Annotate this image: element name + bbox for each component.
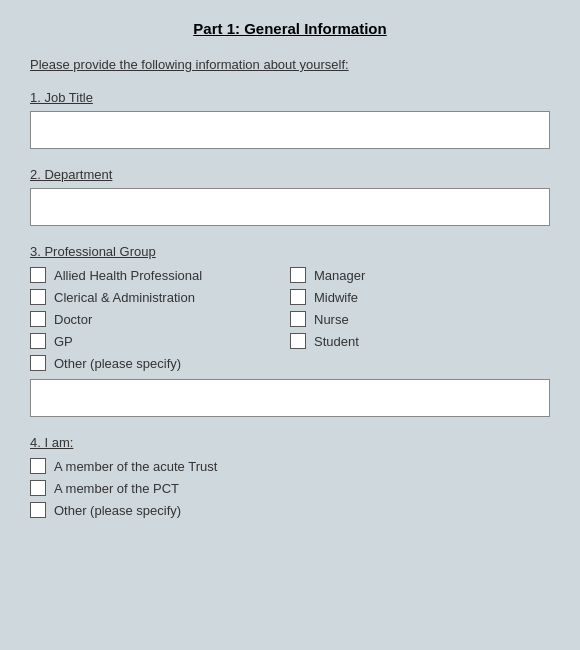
list-item: Midwife bbox=[290, 289, 550, 305]
checkbox-other-iam[interactable] bbox=[30, 502, 46, 518]
checkbox-student[interactable] bbox=[290, 333, 306, 349]
i-am-label: 4. I am: bbox=[30, 435, 550, 450]
question-i-am: 4. I am: A member of the acute Trust A m… bbox=[30, 435, 550, 518]
midwife-label: Midwife bbox=[314, 290, 358, 305]
checkbox-midwife[interactable] bbox=[290, 289, 306, 305]
list-item: Other (please specify) bbox=[30, 355, 290, 371]
question-department: 2. Department bbox=[30, 167, 550, 226]
clerical-label: Clerical & Administration bbox=[54, 290, 195, 305]
professional-group-label: 3. Professional Group bbox=[30, 244, 550, 259]
checkbox-gp[interactable] bbox=[30, 333, 46, 349]
page-container: Part 1: General Information Please provi… bbox=[0, 0, 580, 650]
checkbox-acute-trust[interactable] bbox=[30, 458, 46, 474]
department-label: 2. Department bbox=[30, 167, 550, 182]
department-input[interactable] bbox=[30, 188, 550, 226]
i-am-options: A member of the acute Trust A member of … bbox=[30, 458, 550, 518]
list-item: Doctor bbox=[30, 311, 290, 327]
other-pg-label: Other (please specify) bbox=[54, 356, 181, 371]
job-title-label: 1. Job Title bbox=[30, 90, 550, 105]
professional-group-col2: Manager Midwife Nurse Student bbox=[290, 267, 550, 371]
checkbox-manager[interactable] bbox=[290, 267, 306, 283]
checkbox-clerical[interactable] bbox=[30, 289, 46, 305]
question-job-title: 1. Job Title bbox=[30, 90, 550, 149]
job-title-input[interactable] bbox=[30, 111, 550, 149]
list-item: Student bbox=[290, 333, 550, 349]
list-item: Other (please specify) bbox=[30, 502, 550, 518]
question-professional-group: 3. Professional Group Allied Health Prof… bbox=[30, 244, 550, 417]
list-item: Allied Health Professional bbox=[30, 267, 290, 283]
doctor-label: Doctor bbox=[54, 312, 92, 327]
professional-group-specify-input[interactable] bbox=[30, 379, 550, 417]
checkbox-pct[interactable] bbox=[30, 480, 46, 496]
checkbox-allied-health[interactable] bbox=[30, 267, 46, 283]
list-item: A member of the PCT bbox=[30, 480, 550, 496]
checkbox-nurse[interactable] bbox=[290, 311, 306, 327]
student-label: Student bbox=[314, 334, 359, 349]
acute-trust-label: A member of the acute Trust bbox=[54, 459, 217, 474]
list-item: Nurse bbox=[290, 311, 550, 327]
list-item: GP bbox=[30, 333, 290, 349]
checkbox-doctor[interactable] bbox=[30, 311, 46, 327]
manager-label: Manager bbox=[314, 268, 365, 283]
nurse-label: Nurse bbox=[314, 312, 349, 327]
pct-label: A member of the PCT bbox=[54, 481, 179, 496]
page-title: Part 1: General Information bbox=[30, 20, 550, 37]
list-item: Clerical & Administration bbox=[30, 289, 290, 305]
checkbox-other-pg[interactable] bbox=[30, 355, 46, 371]
other-iam-label: Other (please specify) bbox=[54, 503, 181, 518]
gp-label: GP bbox=[54, 334, 73, 349]
professional-group-options: Allied Health Professional Clerical & Ad… bbox=[30, 267, 550, 371]
professional-group-col1: Allied Health Professional Clerical & Ad… bbox=[30, 267, 290, 371]
list-item: A member of the acute Trust bbox=[30, 458, 550, 474]
instruction-text: Please provide the following information… bbox=[30, 57, 550, 72]
list-item: Manager bbox=[290, 267, 550, 283]
allied-health-label: Allied Health Professional bbox=[54, 268, 202, 283]
